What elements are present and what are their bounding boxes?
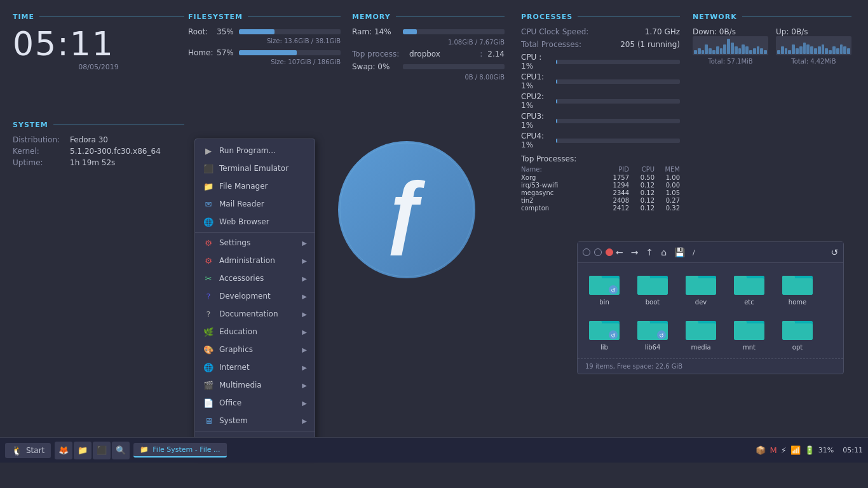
menu-item-internet[interactable]: 🌐 Internet ▶ — [195, 358, 315, 376]
down-label: Down: 0B/s — [693, 27, 768, 36]
proc-name: Xorg — [521, 174, 604, 181]
fm-folder-item[interactable]: media — [682, 316, 720, 351]
fm-up-btn[interactable]: ↑ — [643, 246, 656, 259]
fedora-logo: ƒ — [337, 140, 477, 280]
root-bar-fill — [239, 29, 275, 34]
menu-item-run-program[interactable]: ▶ Run Program... — [195, 142, 315, 159]
search-btn[interactable]: 🔍 — [112, 442, 130, 459]
system-section-title: SYSTEM — [13, 121, 184, 129]
fm-folder-item[interactable]: etc — [730, 271, 768, 306]
menu-label-settings: Settings — [219, 238, 302, 247]
menu-item-documentation[interactable]: ? Documentation ▶ — [195, 305, 315, 323]
fm-folder-icon — [782, 316, 813, 341]
fm-folder-item[interactable]: ↺ lib64 — [634, 316, 672, 351]
menu-arrow-development: ▶ — [302, 293, 307, 300]
swap-sizes: 0B / 8.00GiB — [352, 74, 505, 81]
fm-footer: 19 items, Free space: 22.6 GiB — [578, 358, 843, 374]
menu-icon-administration: ⚙ — [203, 255, 214, 266]
start-button[interactable]: 🐧 Start — [5, 443, 51, 458]
fm-folder-item[interactable]: boot — [634, 271, 672, 306]
battery-tray-icon[interactable]: 🔋 — [804, 445, 815, 455]
proc-name: compton — [521, 205, 604, 212]
menu-label-terminal: Terminal Emulator — [219, 164, 307, 173]
menu-icon-development: ? — [203, 290, 214, 302]
cpu-bar-row: CPU3: 1% — [521, 112, 680, 130]
menu-item-file-manager[interactable]: 📁 File Manager — [195, 177, 315, 195]
systray: 📦 M ⚡ 📶 🔋 31% 05:11 — [756, 445, 863, 455]
fm-folder-label: lib — [600, 344, 608, 351]
svg-rect-20 — [734, 276, 747, 280]
cpu-bar-row: CPU2: 1% — [521, 92, 680, 110]
fm-home-btn[interactable]: ⌂ — [658, 246, 669, 259]
fm-drive-btn[interactable]: 💾 — [672, 246, 688, 259]
fm-folder-label: etc — [744, 299, 754, 306]
menu-item-terminal[interactable]: ⬛ Terminal Emulator — [195, 159, 315, 177]
time-display: 05:11 — [13, 27, 184, 60]
menu-item-administration[interactable]: ⚙ Administration ▶ — [195, 252, 315, 269]
svg-rect-43 — [734, 323, 764, 340]
menu-icon-mail-reader: ✉ — [203, 198, 214, 210]
network-widget: NETWORK Down: 0B/s Total: 57.1MiB Up: 0B… — [693, 13, 851, 65]
svg-rect-44 — [734, 321, 747, 325]
net-bar — [712, 50, 715, 54]
menu-item-graphics[interactable]: 🎨 Graphics ▶ — [195, 341, 315, 358]
menu-item-web-browser[interactable]: 🌐 Web Browser — [195, 213, 315, 231]
kernel-label: Kernel: — [13, 147, 70, 156]
proc-top-row: irq/53-wwifi 1294 0.12 0.00 — [521, 182, 680, 189]
cpu-label: CPU3: 1% — [521, 112, 556, 130]
menu-item-development[interactable]: ? Development ▶ — [195, 287, 315, 305]
start-icon: 🐧 — [11, 445, 22, 456]
fm-folder-item[interactable]: home — [778, 271, 817, 306]
net-bar — [753, 48, 756, 54]
menu-item-system[interactable]: 🖥 System ▶ — [195, 412, 315, 430]
app-menu: ▶ Run Program... ⬛ Terminal Emulator 📁 F… — [194, 139, 315, 454]
fm-forward-btn[interactable]: → — [628, 246, 641, 259]
menu-item-mail-reader[interactable]: ✉ Mail Reader — [195, 195, 315, 213]
net-bar — [705, 44, 708, 54]
fm-folder-item[interactable]: opt — [778, 316, 817, 351]
menu-item-multimedia[interactable]: 🎬 Multimedia ▶ — [195, 376, 315, 394]
files-btn[interactable]: 📁 — [74, 442, 92, 459]
net-bar — [709, 48, 712, 54]
fm-folder-item[interactable]: dev — [682, 271, 720, 306]
svg-rect-16 — [686, 276, 698, 280]
menu-item-education[interactable]: 🌿 Education ▶ — [195, 323, 315, 341]
fm-folder-item[interactable]: ↺ bin — [585, 271, 623, 306]
fm-folder-item[interactable]: ↺ lib — [585, 316, 623, 351]
svg-rect-15 — [686, 278, 716, 295]
menu-icon-office: 📄 — [203, 397, 214, 409]
net-bar — [745, 46, 749, 54]
menu-label-office: Office — [219, 398, 302, 407]
net-bar — [810, 46, 813, 54]
terminal-btn[interactable]: ⬛ — [93, 442, 111, 459]
dropbox-tray-icon[interactable]: 📦 — [756, 445, 766, 455]
net-bar — [803, 43, 806, 54]
net-bar — [799, 46, 803, 54]
proc-pid: 2408 — [604, 197, 629, 204]
net-bar — [814, 48, 817, 54]
cpu-clock-val: 1.70 GHz — [645, 27, 680, 36]
root-label: Root: — [188, 27, 217, 36]
net-bar — [832, 46, 836, 54]
wifi-tray-icon[interactable]: 📶 — [790, 445, 801, 455]
root-size: Size: 13.6GiB / 38.1GiB — [188, 37, 341, 44]
menu-item-office[interactable]: 📄 Office ▶ — [195, 394, 315, 412]
menu-label-multimedia: Multimedia — [219, 381, 302, 390]
fm-folder-item[interactable]: mnt — [730, 316, 768, 351]
menu-icon-documentation: ? — [203, 308, 214, 320]
total-procs-val: 205 (1 running) — [620, 40, 680, 49]
top-proc-label: Top process: — [352, 50, 409, 58]
svg-rect-28 — [589, 321, 602, 325]
window-icon: 📁 — [140, 445, 149, 454]
browser-btn[interactable]: 🦊 — [55, 442, 72, 459]
menu-item-settings[interactable]: ⚙ Settings ▶ — [195, 234, 315, 252]
bluetooth-tray-icon[interactable]: ⚡ — [781, 445, 787, 455]
svg-rect-11 — [637, 278, 668, 295]
fm-nav-buttons: ← → ↑ ⌂ 💾 — [613, 246, 688, 259]
file-system-window-btn[interactable]: 📁 File System - File ... — [133, 443, 226, 458]
fm-back-btn[interactable]: ← — [613, 246, 626, 259]
fm-refresh-btn[interactable]: ↺ — [831, 247, 838, 257]
mail-tray-icon[interactable]: M — [770, 445, 776, 455]
proc-cpu: 0.12 — [629, 182, 654, 189]
menu-item-accessories[interactable]: ✂ Accessories ▶ — [195, 269, 315, 287]
